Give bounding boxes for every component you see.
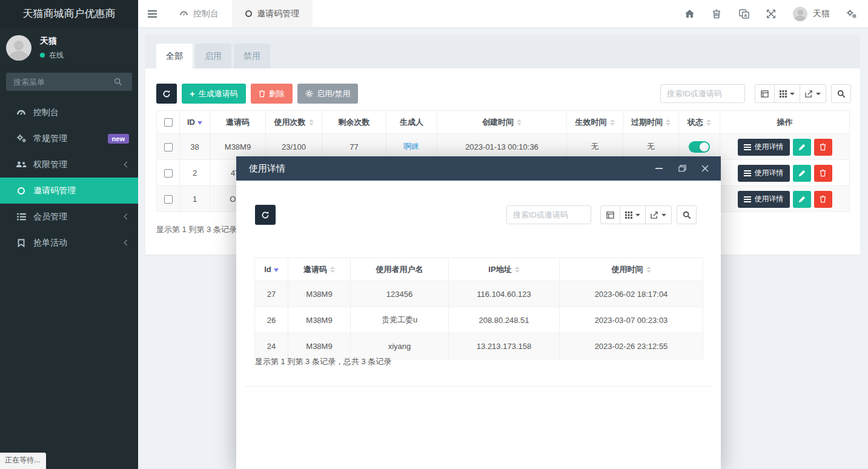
- filter-tab-all[interactable]: 全部: [156, 44, 193, 68]
- filter-tab-disabled[interactable]: 禁用: [234, 44, 270, 68]
- usage-detail-button[interactable]: 使用详情: [738, 165, 790, 182]
- home-icon[interactable]: [684, 8, 695, 19]
- caret-down-icon: [816, 93, 821, 95]
- col-header-id[interactable]: ID: [180, 111, 210, 134]
- enable-disable-label: 启用/禁用: [317, 88, 351, 99]
- col-header-code: 邀请码: [210, 111, 266, 134]
- navbar-tab-invite-codes[interactable]: 邀请码管理: [232, 0, 313, 27]
- tachometer-icon: [15, 108, 28, 117]
- columns-icon: [780, 90, 787, 98]
- col-header-id[interactable]: Id: [255, 258, 288, 281]
- sidebar-search-button[interactable]: [114, 75, 130, 88]
- user-menu[interactable]: 天猫: [793, 7, 830, 21]
- search-button[interactable]: [831, 84, 851, 103]
- navbar-right: A 天猫: [684, 0, 868, 27]
- chevron-left-icon: [124, 214, 130, 220]
- search-icon: [837, 90, 846, 98]
- sidebar-item-label: 常规管理: [33, 133, 67, 144]
- col-header-effective[interactable]: 生效时间: [567, 111, 623, 134]
- circle-icon: [245, 10, 252, 17]
- sidebar-search-input[interactable]: [6, 73, 132, 91]
- export-button[interactable]: [800, 84, 826, 103]
- col-header-created[interactable]: 创建时间: [437, 111, 567, 134]
- users-icon: [15, 161, 28, 168]
- user-name: 天猫: [40, 36, 64, 47]
- delete-row-button[interactable]: [814, 139, 832, 156]
- sidebar-item-dashboard[interactable]: 控制台: [0, 99, 138, 125]
- chevron-left-icon: [124, 162, 130, 168]
- modal-table-tools: [506, 205, 697, 224]
- card-view-button[interactable]: [755, 84, 775, 103]
- columns-button[interactable]: [620, 205, 646, 224]
- pencil-icon: [798, 196, 806, 203]
- modal-title: 使用详情: [249, 163, 285, 175]
- modal-header[interactable]: 使用详情: [236, 156, 721, 181]
- trash-icon: [259, 90, 265, 98]
- delete-button[interactable]: 删除: [251, 84, 293, 104]
- col-header-expire[interactable]: 过期时间: [623, 111, 679, 134]
- export-icon: [651, 211, 658, 219]
- select-all-checkbox[interactable]: [164, 118, 173, 127]
- brand-title: 天猫商城商户优惠商: [0, 0, 138, 28]
- enable-disable-button[interactable]: 启用/禁用: [297, 84, 359, 104]
- delete-row-button[interactable]: [814, 165, 832, 182]
- refresh-button[interactable]: [156, 84, 177, 104]
- sort-icon: [666, 119, 671, 125]
- modal-record-count-summary: 显示第 1 到第 3 条记录，总共 3 条记录: [255, 356, 391, 367]
- bookmark-icon: [15, 239, 28, 247]
- sort-desc-icon: [197, 121, 202, 125]
- sort-icon: [706, 119, 711, 125]
- sort-icon: [330, 267, 335, 273]
- edit-button[interactable]: [793, 165, 811, 182]
- maximize-icon[interactable]: [677, 164, 687, 173]
- filter-tab-enabled[interactable]: 启用: [195, 44, 231, 68]
- user-status-label: 在线: [49, 50, 64, 61]
- sidebar-toggle-icon[interactable]: [138, 0, 166, 27]
- sidebar-item-permissions[interactable]: 权限管理: [0, 151, 138, 178]
- sidebar-item-invite-codes[interactable]: 邀请码管理: [0, 178, 138, 204]
- caret-down-icon: [661, 214, 666, 216]
- col-header-creator: 生成人: [386, 111, 437, 134]
- table-search-input[interactable]: [660, 84, 745, 103]
- modal-search-input[interactable]: [506, 205, 591, 224]
- fullscreen-icon[interactable]: [766, 8, 777, 19]
- edit-button[interactable]: [793, 191, 811, 208]
- card-view-button[interactable]: [600, 205, 620, 224]
- sidebar-item-general[interactable]: 常规管理 new: [0, 125, 138, 151]
- plus-icon: +: [190, 89, 195, 98]
- close-icon[interactable]: [700, 164, 710, 173]
- caret-down-icon: [635, 214, 640, 216]
- sidebar-item-grab-orders[interactable]: 抢单活动: [0, 230, 138, 256]
- sidebar-menu: 控制台 常规管理 new 权限管理 邀请码管理 会员管理: [0, 99, 138, 256]
- sidebar-item-members[interactable]: 会员管理: [0, 204, 138, 230]
- navbar-user-name: 天猫: [813, 8, 830, 19]
- generate-code-button[interactable]: + 生成邀请码: [182, 84, 246, 104]
- navbar-tab-dashboard[interactable]: 控制台: [166, 0, 232, 27]
- col-header-used[interactable]: 使用次数: [266, 111, 322, 134]
- sidebar-item-label: 抢单活动: [33, 238, 67, 248]
- status-toggle[interactable]: [689, 141, 710, 153]
- creator-link[interactable]: 啊眯: [404, 142, 420, 151]
- col-header-ip[interactable]: IP地址: [449, 258, 560, 281]
- list-icon: [744, 170, 751, 176]
- col-header-status[interactable]: 状态: [679, 111, 720, 134]
- col-header-code[interactable]: 邀请码: [288, 258, 351, 281]
- usage-detail-button[interactable]: 使用详情: [738, 139, 790, 156]
- edit-button[interactable]: [793, 139, 811, 156]
- minimize-icon[interactable]: [654, 164, 664, 173]
- col-header-used-time[interactable]: 使用时间: [560, 258, 703, 281]
- gears-icon[interactable]: [846, 8, 857, 19]
- trash-icon[interactable]: [711, 8, 722, 19]
- col-header-actions: 操作: [720, 111, 850, 134]
- modal-refresh-button[interactable]: [255, 205, 276, 225]
- export-button[interactable]: [645, 205, 672, 224]
- table-row: 27 M38M9 123456 116.104.60.123 2023-06-0…: [255, 281, 703, 307]
- row-checkbox[interactable]: [164, 143, 173, 151]
- row-checkbox[interactable]: [164, 195, 173, 204]
- columns-button[interactable]: [774, 84, 800, 103]
- delete-row-button[interactable]: [814, 191, 832, 208]
- row-checkbox[interactable]: [164, 169, 173, 178]
- translate-icon[interactable]: A: [738, 8, 749, 19]
- modal-search-button[interactable]: [677, 205, 697, 224]
- usage-detail-button[interactable]: 使用详情: [738, 191, 790, 208]
